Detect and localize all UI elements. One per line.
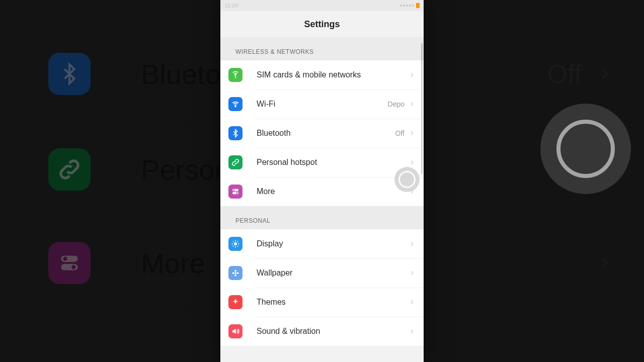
- phone-panel: 18:08 Settings WIRELESS & NETWORKS SIM c…: [220, 0, 424, 362]
- row-label: Themes: [257, 298, 409, 307]
- row-more[interactable]: More: [220, 177, 424, 206]
- row-value: Off: [395, 129, 405, 137]
- row-label: Sound & vibration: [257, 327, 409, 336]
- battery-icon: [416, 3, 420, 8]
- chevron-right-icon: [409, 328, 416, 335]
- row-label: Wallpaper: [257, 268, 409, 278]
- row-display[interactable]: Display: [220, 229, 424, 258]
- status-bar: 18:08: [220, 0, 424, 11]
- row-wifi[interactable]: Wi-FiDepo: [220, 89, 424, 119]
- chevron-right-icon: [409, 71, 416, 78]
- row-value: Depo: [388, 100, 405, 108]
- chevron-right-icon: [409, 130, 416, 137]
- flower-icon: [228, 266, 243, 280]
- row-label: More: [257, 187, 409, 196]
- link-icon: [228, 155, 243, 169]
- chevron-right-icon: [409, 101, 416, 108]
- row-label: Personal hotspot: [257, 158, 409, 167]
- row-sim[interactable]: SIM cards & mobile networks: [220, 60, 424, 89]
- row-themes[interactable]: Themes: [220, 288, 424, 317]
- sun-icon: [228, 237, 243, 251]
- chevron-right-icon: [409, 299, 416, 306]
- row-wallpaper[interactable]: Wallpaper: [220, 258, 424, 288]
- title-bar: Settings: [220, 11, 424, 38]
- row-label: SIM cards & mobile networks: [257, 70, 409, 79]
- row-label: Bluetooth: [257, 129, 395, 138]
- chevron-right-icon: [409, 269, 416, 277]
- wifi-icon: [228, 97, 243, 111]
- assistive-touch-button[interactable]: [394, 167, 420, 192]
- sparkle-icon: [228, 295, 243, 309]
- chevron-right-icon: [409, 159, 416, 166]
- row-sound[interactable]: Sound & vibration: [220, 317, 424, 346]
- row-label: Wi-Fi: [257, 100, 388, 109]
- section-header-personal: PERSONAL: [220, 206, 424, 229]
- settings-scroll[interactable]: WIRELESS & NETWORKS SIM cards & mobile n…: [220, 37, 424, 362]
- signal-icon: [400, 5, 414, 7]
- row-bluetooth[interactable]: BluetoothOff: [220, 119, 424, 148]
- section-header-wireless: WIRELESS & NETWORKS: [220, 37, 424, 60]
- row-label: Display: [257, 239, 409, 248]
- row-hotspot[interactable]: Personal hotspot: [220, 148, 424, 177]
- chevron-right-icon: [409, 240, 416, 247]
- toggles-icon: [228, 185, 243, 199]
- bluetooth-icon: [228, 126, 243, 140]
- assistive-touch-bg: [540, 104, 631, 194]
- speaker-icon: [228, 324, 243, 338]
- antenna-icon: [228, 68, 243, 82]
- page-title: Settings: [304, 19, 340, 30]
- status-time: 18:08: [224, 3, 238, 9]
